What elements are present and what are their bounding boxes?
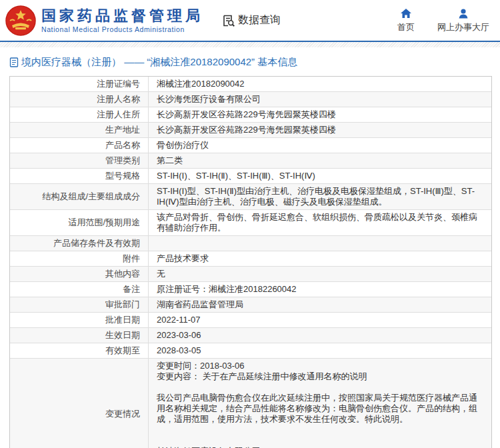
row-label: 注册人名称 <box>10 92 149 107</box>
row-value: ST-IH(Ⅰ)、ST-IH(Ⅱ)、ST-IH(Ⅲ)、ST-IH(Ⅳ) <box>149 169 491 183</box>
row-label: 有效期至 <box>10 343 149 358</box>
row-label: 产品名称 <box>10 138 149 153</box>
brand-title: 国家药品监督管理局 <box>41 7 203 25</box>
table-row-registrant-address: 注册人住所 长沙高新开发区谷苑路229号海凭园聚英楼四楼 <box>10 107 491 123</box>
table-row-remarks: 备注 原注册证号：湘械注准20182260042 <box>10 282 491 297</box>
table-row-management-class: 管理类别 第二类 <box>10 153 491 169</box>
brand-logo[interactable]: 国家药品监督管理局 National Medical Products Admi… <box>5 5 203 36</box>
row-label: 适用范围/预期用途 <box>10 210 149 235</box>
row-label: 产品储存条件及有效期 <box>10 236 149 251</box>
row-label: 备注 <box>10 282 149 297</box>
table-row-production-address: 生产地址 长沙高新开发区谷苑路229号海凭园聚英楼四楼 <box>10 123 491 138</box>
row-label: 管理类别 <box>10 153 149 168</box>
table-row-approval-department: 审批部门 湖南省药品监督管理局 <box>10 297 491 313</box>
row-label: 型号规格 <box>10 169 149 183</box>
row-value: 2023-03-06 <box>149 328 491 343</box>
row-label: 变更情况 <box>10 359 149 448</box>
row-label: 结构及组成/主要组成成分 <box>10 184 149 209</box>
table-row-effective-date: 生效日期 2023-03-06 <box>10 328 491 343</box>
row-value: 变更时间：2018-03-06 变更内容： 关于在产品延续注册中修改通用名称的说… <box>149 359 491 448</box>
breadcrumb: 境内医疗器械（注册） —— “湘械注准20182090042” 基本信息 <box>0 47 500 74</box>
row-value: ST-IH(Ⅰ)型、ST-IH(Ⅱ)型由治疗主机、治疗电极及电极保湿垫组成，ST… <box>149 184 491 209</box>
section-label: 数据查询 <box>238 13 281 27</box>
row-value: 该产品对骨折、骨创伤、骨折延迟愈合、软组织损伤、骨质疏松以及关节炎、颈椎病有辅助… <box>149 210 491 235</box>
section-data-query[interactable]: 数据查询 <box>222 13 281 27</box>
table-row-change-info: 变更情况 变更时间：2018-03-06 变更内容： 关于在产品延续注册中修改通… <box>10 359 491 448</box>
brand-text: 国家药品监督管理局 National Medical Products Admi… <box>41 7 203 33</box>
table-row-reg-number: 注册证编号 湘械注准20182090042 <box>10 77 491 92</box>
row-value: 无 <box>149 267 491 281</box>
page-title: 境内医疗器械（注册） —— “湘械注准20182090042” 基本信息 <box>21 56 297 69</box>
table-row-intended-use: 适用范围/预期用途 该产品对骨折、骨创伤、骨折延迟愈合、软组织损伤、骨质疏松以及… <box>10 210 491 236</box>
row-value: 湘械注准20182090042 <box>149 77 491 91</box>
page-icon <box>9 57 19 67</box>
row-value: 第二类 <box>149 153 491 168</box>
row-value: 产品技术要求 <box>149 251 491 266</box>
table-row-attachment: 附件 产品技术要求 <box>10 251 491 267</box>
row-label: 其他内容 <box>10 267 149 281</box>
nmpa-national-emblem-icon <box>5 5 36 36</box>
row-value: 2022-11-07 <box>149 313 491 327</box>
home-icon <box>400 8 412 19</box>
nav-home[interactable]: 首页 <box>397 8 415 33</box>
brand-subtitle: National Medical Products Administration <box>41 25 203 33</box>
row-label: 注册证编号 <box>10 77 149 91</box>
table-row-product-name: 产品名称 骨创伤治疗仪 <box>10 138 491 153</box>
row-value <box>149 236 491 251</box>
nav-home-label: 首页 <box>397 21 415 33</box>
site-header: 国家药品监督管理局 National Medical Products Admi… <box>0 0 500 42</box>
row-label: 注册人住所 <box>10 107 149 122</box>
page: 国家药品监督管理局 National Medical Products Admi… <box>0 0 500 448</box>
info-table: 注册证编号 湘械注准20182090042 注册人名称 长沙海凭医疗设备有限公司… <box>9 76 492 448</box>
row-value: 骨创伤治疗仪 <box>149 138 491 153</box>
table-row-model-spec: 型号规格 ST-IH(Ⅰ)、ST-IH(Ⅱ)、ST-IH(Ⅲ)、ST-IH(Ⅳ) <box>10 169 491 184</box>
table-row-other-content: 其他内容 无 <box>10 267 491 282</box>
divider-hatch <box>0 42 500 47</box>
row-value: 长沙高新开发区谷苑路229号海凭园聚英楼四楼 <box>149 107 491 122</box>
table-row-structure-composition: 结构及组成/主要组成成分 ST-IH(Ⅰ)型、ST-IH(Ⅱ)型由治疗主机、治疗… <box>10 184 491 210</box>
row-label: 生产地址 <box>10 123 149 137</box>
top-nav: 首页 网上办事大厅 <box>397 8 493 33</box>
row-value: 湖南省药品监督管理局 <box>149 297 491 312</box>
row-label: 批准日期 <box>10 313 149 327</box>
row-value: 2028-03-05 <box>149 343 491 358</box>
row-value: 原注册证号：湘械注准20182260042 <box>149 282 491 297</box>
row-label: 生效日期 <box>10 328 149 343</box>
row-label: 附件 <box>10 251 149 266</box>
row-value: 长沙高新开发区谷苑路229号海凭园聚英楼四楼 <box>149 123 491 137</box>
table-row-storage-validity: 产品储存条件及有效期 <box>10 236 491 251</box>
nav-service-hall-label: 网上办事大厅 <box>437 21 489 33</box>
row-value: 长沙海凭医疗设备有限公司 <box>149 92 491 107</box>
table-row-approval-date: 批准日期 2022-11-07 <box>10 313 491 328</box>
row-label: 审批部门 <box>10 297 149 312</box>
table-row-registrant-name: 注册人名称 长沙海凭医疗设备有限公司 <box>10 92 491 107</box>
doc-search-icon <box>222 14 235 27</box>
table-row-expiry-date: 有效期至 2028-03-05 <box>10 343 491 359</box>
user-icon <box>457 8 469 19</box>
nav-service-hall[interactable]: 网上办事大厅 <box>437 8 489 33</box>
